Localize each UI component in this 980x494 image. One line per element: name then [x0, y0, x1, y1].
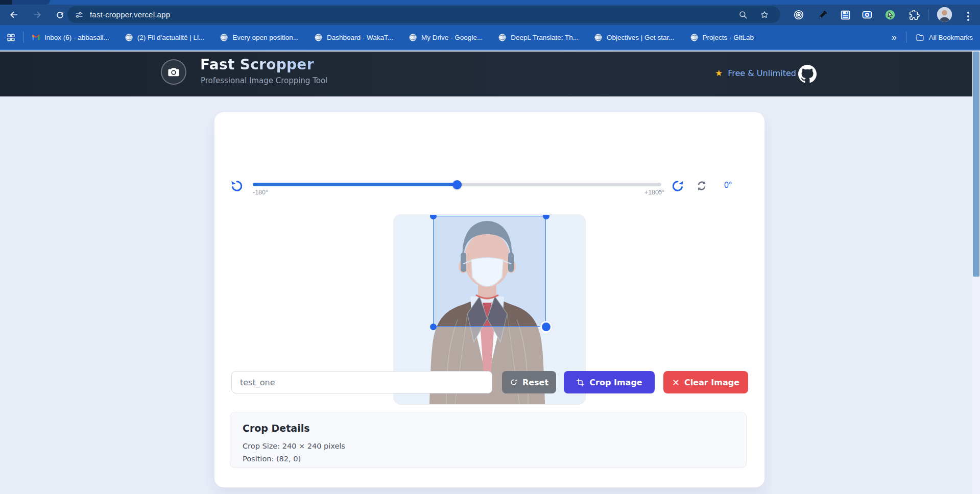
url-bar[interactable]: fast-cropper.vercel.app [67, 6, 780, 23]
filename-input[interactable] [231, 371, 492, 393]
browser-window: fast-cropper.vercel.app Inbox (6) - abba… [0, 0, 980, 494]
search-icon[interactable] [738, 10, 748, 19]
site-header: Fast Scropper Professional Image Croppin… [0, 52, 972, 96]
bookmark-item[interactable]: Projects · GitLab [690, 33, 754, 42]
site-title: Fast Scropper [200, 56, 314, 73]
bookmarks-separator [906, 32, 906, 43]
crop-handle-bottom-left[interactable] [430, 324, 437, 330]
free-unlimited-label: Free & Unlimited [728, 68, 796, 78]
back-icon[interactable] [7, 8, 20, 21]
tab-strip-corner [0, 0, 12, 5]
rotation-slider[interactable] [253, 180, 661, 190]
bookmark-item[interactable]: Dashboard - WakaT... [314, 33, 393, 42]
bookmark-item[interactable]: Inbox (6) - abbasali... [32, 33, 109, 42]
bookmark-item[interactable]: DeepL Translate: Th... [498, 33, 579, 42]
logo-badge [161, 59, 186, 85]
globe-icon [409, 33, 417, 42]
apps-grid-icon[interactable] [6, 33, 16, 42]
globe-icon [125, 33, 133, 42]
reset-icon [510, 378, 518, 386]
star-icon: ★ [715, 68, 723, 79]
bookmark-label: Dashboard - WakaT... [327, 34, 393, 41]
bookmark-label: Every open position... [232, 34, 299, 41]
tune-icon[interactable] [75, 10, 84, 19]
bookmark-label: Inbox (6) - abbasali... [44, 34, 109, 41]
menu-kebab-icon[interactable] [962, 10, 975, 23]
bookmark-label: My Drive - Google... [421, 34, 483, 41]
crop-size-text: Crop Size: 240 × 240 pixels [243, 442, 734, 450]
scrollbar-thumb[interactable] [973, 52, 979, 277]
camera-icon [167, 65, 180, 79]
globe-icon [498, 33, 507, 42]
crop-handle-bottom-right[interactable] [540, 321, 552, 333]
page-viewport: Fast Scropper Professional Image Croppin… [0, 52, 980, 494]
target-icon[interactable] [793, 9, 805, 21]
gmail-icon [32, 33, 40, 42]
crop-image-button[interactable]: Crop Image [564, 371, 655, 393]
crop-details-title: Crop Details [243, 423, 734, 434]
folder-icon [916, 33, 924, 42]
bookmark-star-icon[interactable] [760, 10, 769, 19]
extensions-puzzle-icon[interactable] [908, 9, 920, 21]
rotate-ccw-icon[interactable] [230, 179, 244, 193]
bookmark-item[interactable]: Every open position... [220, 33, 299, 42]
clear-image-button[interactable]: Clear Image [663, 371, 748, 393]
reset-button[interactable]: Reset [502, 371, 556, 393]
rotate-cw-icon[interactable] [671, 179, 685, 193]
crop-shade-left [394, 216, 433, 327]
bookmark-label: DeepL Translate: Th... [511, 34, 579, 41]
crop-details-panel: Crop Details Crop Size: 240 × 240 pixels… [230, 412, 747, 468]
toolbar-separator [928, 9, 928, 20]
sync-icon[interactable] [695, 179, 709, 193]
bookmark-item[interactable]: (2) Fil d'actualité | Li... [125, 33, 204, 42]
slider-min-label: -180° [253, 189, 268, 196]
save-icon[interactable] [839, 9, 851, 21]
slider-thumb[interactable] [452, 180, 462, 189]
bookmarks-bar: Inbox (6) - abbasali...(2) Fil d'actuali… [0, 25, 980, 51]
bookmark-label: Objectives | Get star... [607, 34, 675, 41]
page-scrollbar[interactable] [972, 52, 980, 494]
active-tab-edge [12, 0, 50, 5]
clear-image-label: Clear Image [684, 378, 739, 387]
url-text[interactable]: fast-cropper.vercel.app [90, 10, 170, 19]
bookmark-label: (2) Fil d'actualité | Li... [137, 34, 204, 41]
slider-max-label: +180° [641, 189, 661, 196]
free-unlimited-badge: ★ Free & Unlimited [715, 68, 796, 79]
profile-avatar[interactable] [937, 7, 952, 22]
crop-shade-right [546, 216, 585, 327]
crop-selection[interactable] [433, 216, 546, 327]
forward-icon[interactable] [31, 8, 44, 21]
tab-strip [0, 0, 980, 5]
bookmarks-separator [23, 32, 23, 43]
crop-image-label: Crop Image [589, 378, 642, 387]
dropper-icon[interactable] [816, 9, 828, 21]
bookmarks-overflow-chevron[interactable]: » [892, 32, 897, 43]
crop-position-text: Position: (82, 0) [243, 455, 734, 463]
reload-icon[interactable] [53, 8, 66, 21]
cropper-card: -180° 0° +180° 0° [214, 112, 764, 487]
slider-fill [253, 183, 457, 186]
crop-icon [576, 378, 585, 387]
close-icon [672, 379, 680, 386]
all-bookmarks-label: All Bookmarks [929, 34, 973, 41]
globe-icon [594, 33, 603, 42]
globe-icon [314, 33, 323, 42]
bookmark-item[interactable]: Objectives | Get star... [594, 33, 675, 42]
globe-icon [220, 33, 228, 42]
reset-label: Reset [522, 378, 548, 387]
github-icon[interactable] [798, 65, 817, 83]
browser-toolbar: fast-cropper.vercel.app [0, 5, 980, 25]
globe-icon [690, 33, 699, 42]
cursor-extension-icon[interactable] [884, 9, 896, 21]
bookmarks-list: Inbox (6) - abbasali...(2) Fil d'actuali… [32, 25, 754, 50]
bookmark-item[interactable]: My Drive - Google... [409, 33, 483, 42]
crop-handle-top-left[interactable] [430, 214, 437, 219]
angle-value: 0° [724, 181, 732, 190]
site-subtitle: Professional Image Cropping Tool [201, 76, 327, 85]
all-bookmarks-button[interactable]: All Bookmarks [916, 33, 973, 42]
camera-extension-icon[interactable] [861, 9, 873, 21]
crop-handle-top-right[interactable] [543, 214, 549, 219]
bookmark-label: Projects · GitLab [703, 34, 754, 41]
